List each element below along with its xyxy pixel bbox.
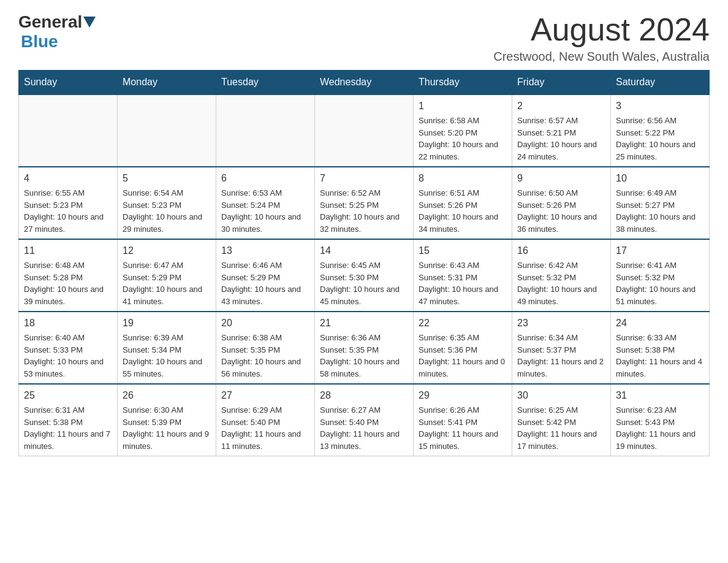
calendar-cell: 23Sunrise: 6:34 AM Sunset: 5:37 PM Dayli… bbox=[512, 312, 611, 384]
calendar-cell: 27Sunrise: 6:29 AM Sunset: 5:40 PM Dayli… bbox=[216, 384, 315, 456]
calendar-header-saturday: Saturday bbox=[611, 71, 710, 95]
logo: General Blue bbox=[18, 12, 97, 52]
day-number: 5 bbox=[123, 171, 211, 186]
day-info: Sunrise: 6:54 AM Sunset: 5:23 PM Dayligh… bbox=[123, 187, 211, 235]
day-number: 18 bbox=[24, 316, 112, 331]
calendar-cell: 11Sunrise: 6:48 AM Sunset: 5:28 PM Dayli… bbox=[19, 239, 118, 312]
day-info: Sunrise: 6:38 AM Sunset: 5:35 PM Dayligh… bbox=[221, 332, 309, 380]
day-info: Sunrise: 6:23 AM Sunset: 5:43 PM Dayligh… bbox=[616, 404, 704, 452]
logo-blue-text: Blue bbox=[21, 32, 58, 51]
calendar-header-thursday: Thursday bbox=[414, 71, 512, 95]
day-number: 12 bbox=[123, 243, 211, 258]
calendar-cell: 29Sunrise: 6:26 AM Sunset: 5:41 PM Dayli… bbox=[414, 384, 512, 456]
day-info: Sunrise: 6:25 AM Sunset: 5:42 PM Dayligh… bbox=[517, 404, 605, 452]
calendar-header-friday: Friday bbox=[512, 71, 611, 95]
calendar-cell: 7Sunrise: 6:52 AM Sunset: 5:25 PM Daylig… bbox=[315, 167, 414, 239]
day-number: 14 bbox=[320, 243, 408, 258]
calendar-cell: 24Sunrise: 6:33 AM Sunset: 5:38 PM Dayli… bbox=[611, 312, 710, 384]
day-number: 11 bbox=[24, 243, 112, 258]
location-subtitle: Crestwood, New South Wales, Australia bbox=[493, 50, 710, 64]
calendar-cell: 31Sunrise: 6:23 AM Sunset: 5:43 PM Dayli… bbox=[611, 384, 710, 456]
day-number: 22 bbox=[419, 316, 507, 331]
logo-general-text: General bbox=[18, 12, 82, 32]
day-info: Sunrise: 6:58 AM Sunset: 5:20 PM Dayligh… bbox=[419, 115, 507, 163]
calendar-header-sunday: Sunday bbox=[19, 71, 118, 95]
day-info: Sunrise: 6:42 AM Sunset: 5:32 PM Dayligh… bbox=[517, 259, 605, 307]
calendar-week-row: 4Sunrise: 6:55 AM Sunset: 5:23 PM Daylig… bbox=[19, 167, 710, 239]
day-info: Sunrise: 6:50 AM Sunset: 5:26 PM Dayligh… bbox=[517, 187, 605, 235]
calendar-header-monday: Monday bbox=[118, 71, 216, 95]
calendar-week-row: 11Sunrise: 6:48 AM Sunset: 5:28 PM Dayli… bbox=[19, 239, 710, 312]
day-info: Sunrise: 6:49 AM Sunset: 5:27 PM Dayligh… bbox=[616, 187, 704, 235]
day-info: Sunrise: 6:57 AM Sunset: 5:21 PM Dayligh… bbox=[517, 115, 605, 163]
day-info: Sunrise: 6:46 AM Sunset: 5:29 PM Dayligh… bbox=[221, 259, 309, 307]
day-number: 10 bbox=[616, 171, 704, 186]
calendar-cell: 14Sunrise: 6:45 AM Sunset: 5:30 PM Dayli… bbox=[315, 239, 414, 312]
page-header: General Blue August 2024 Crestwood, New … bbox=[18, 12, 710, 64]
day-info: Sunrise: 6:51 AM Sunset: 5:26 PM Dayligh… bbox=[419, 187, 507, 235]
day-info: Sunrise: 6:30 AM Sunset: 5:39 PM Dayligh… bbox=[123, 404, 211, 452]
calendar-week-row: 18Sunrise: 6:40 AM Sunset: 5:33 PM Dayli… bbox=[19, 312, 710, 384]
calendar-cell bbox=[315, 94, 414, 167]
calendar-cell: 12Sunrise: 6:47 AM Sunset: 5:29 PM Dayli… bbox=[118, 239, 216, 312]
day-number: 1 bbox=[419, 99, 507, 113]
day-number: 28 bbox=[320, 388, 408, 403]
day-info: Sunrise: 6:29 AM Sunset: 5:40 PM Dayligh… bbox=[221, 404, 309, 452]
calendar-cell bbox=[118, 94, 216, 167]
month-year-title: August 2024 bbox=[493, 12, 710, 47]
calendar-week-row: 1Sunrise: 6:58 AM Sunset: 5:20 PM Daylig… bbox=[19, 94, 710, 167]
calendar-cell: 18Sunrise: 6:40 AM Sunset: 5:33 PM Dayli… bbox=[19, 312, 118, 384]
day-info: Sunrise: 6:26 AM Sunset: 5:41 PM Dayligh… bbox=[419, 404, 507, 452]
calendar-cell: 6Sunrise: 6:53 AM Sunset: 5:24 PM Daylig… bbox=[216, 167, 315, 239]
day-number: 4 bbox=[24, 171, 112, 186]
day-number: 23 bbox=[517, 316, 605, 331]
calendar-cell: 19Sunrise: 6:39 AM Sunset: 5:34 PM Dayli… bbox=[118, 312, 216, 384]
day-number: 15 bbox=[419, 243, 507, 258]
day-info: Sunrise: 6:35 AM Sunset: 5:36 PM Dayligh… bbox=[419, 332, 507, 380]
day-number: 17 bbox=[616, 243, 704, 258]
calendar-cell: 20Sunrise: 6:38 AM Sunset: 5:35 PM Dayli… bbox=[216, 312, 315, 384]
day-number: 27 bbox=[221, 388, 309, 403]
day-number: 19 bbox=[123, 316, 211, 331]
calendar-cell: 13Sunrise: 6:46 AM Sunset: 5:29 PM Dayli… bbox=[216, 239, 315, 312]
calendar-cell: 17Sunrise: 6:41 AM Sunset: 5:32 PM Dayli… bbox=[611, 239, 710, 312]
calendar-cell: 4Sunrise: 6:55 AM Sunset: 5:23 PM Daylig… bbox=[19, 167, 118, 239]
calendar-header-wednesday: Wednesday bbox=[315, 71, 414, 95]
day-info: Sunrise: 6:53 AM Sunset: 5:24 PM Dayligh… bbox=[221, 187, 309, 235]
day-info: Sunrise: 6:39 AM Sunset: 5:34 PM Dayligh… bbox=[123, 332, 211, 380]
day-number: 25 bbox=[24, 388, 112, 403]
calendar-week-row: 25Sunrise: 6:31 AM Sunset: 5:38 PM Dayli… bbox=[19, 384, 710, 456]
day-number: 6 bbox=[221, 171, 309, 186]
calendar-table: SundayMondayTuesdayWednesdayThursdayFrid… bbox=[18, 70, 710, 456]
calendar-header-row: SundayMondayTuesdayWednesdayThursdayFrid… bbox=[19, 71, 710, 95]
calendar-cell: 3Sunrise: 6:56 AM Sunset: 5:22 PM Daylig… bbox=[611, 94, 710, 167]
day-number: 29 bbox=[419, 388, 507, 403]
day-info: Sunrise: 6:52 AM Sunset: 5:25 PM Dayligh… bbox=[320, 187, 408, 235]
day-info: Sunrise: 6:43 AM Sunset: 5:31 PM Dayligh… bbox=[419, 259, 507, 307]
day-number: 30 bbox=[517, 388, 605, 403]
calendar-cell: 28Sunrise: 6:27 AM Sunset: 5:40 PM Dayli… bbox=[315, 384, 414, 456]
calendar-cell: 8Sunrise: 6:51 AM Sunset: 5:26 PM Daylig… bbox=[414, 167, 512, 239]
day-number: 13 bbox=[221, 243, 309, 258]
day-number: 20 bbox=[221, 316, 309, 331]
day-info: Sunrise: 6:41 AM Sunset: 5:32 PM Dayligh… bbox=[616, 259, 704, 307]
title-area: August 2024 Crestwood, New South Wales, … bbox=[493, 12, 710, 64]
calendar-cell: 9Sunrise: 6:50 AM Sunset: 5:26 PM Daylig… bbox=[512, 167, 611, 239]
calendar-cell: 21Sunrise: 6:36 AM Sunset: 5:35 PM Dayli… bbox=[315, 312, 414, 384]
day-info: Sunrise: 6:56 AM Sunset: 5:22 PM Dayligh… bbox=[616, 115, 704, 163]
calendar-cell: 10Sunrise: 6:49 AM Sunset: 5:27 PM Dayli… bbox=[611, 167, 710, 239]
day-info: Sunrise: 6:27 AM Sunset: 5:40 PM Dayligh… bbox=[320, 404, 408, 452]
day-number: 2 bbox=[517, 99, 605, 113]
day-number: 16 bbox=[517, 243, 605, 258]
day-info: Sunrise: 6:48 AM Sunset: 5:28 PM Dayligh… bbox=[24, 259, 112, 307]
day-number: 7 bbox=[320, 171, 408, 186]
day-number: 26 bbox=[123, 388, 211, 403]
day-number: 9 bbox=[517, 171, 605, 186]
day-number: 31 bbox=[616, 388, 704, 403]
day-number: 8 bbox=[419, 171, 507, 186]
calendar-cell: 26Sunrise: 6:30 AM Sunset: 5:39 PM Dayli… bbox=[118, 384, 216, 456]
calendar-cell: 25Sunrise: 6:31 AM Sunset: 5:38 PM Dayli… bbox=[19, 384, 118, 456]
day-info: Sunrise: 6:34 AM Sunset: 5:37 PM Dayligh… bbox=[517, 332, 605, 380]
calendar-cell: 1Sunrise: 6:58 AM Sunset: 5:20 PM Daylig… bbox=[414, 94, 512, 167]
calendar-cell: 2Sunrise: 6:57 AM Sunset: 5:21 PM Daylig… bbox=[512, 94, 611, 167]
